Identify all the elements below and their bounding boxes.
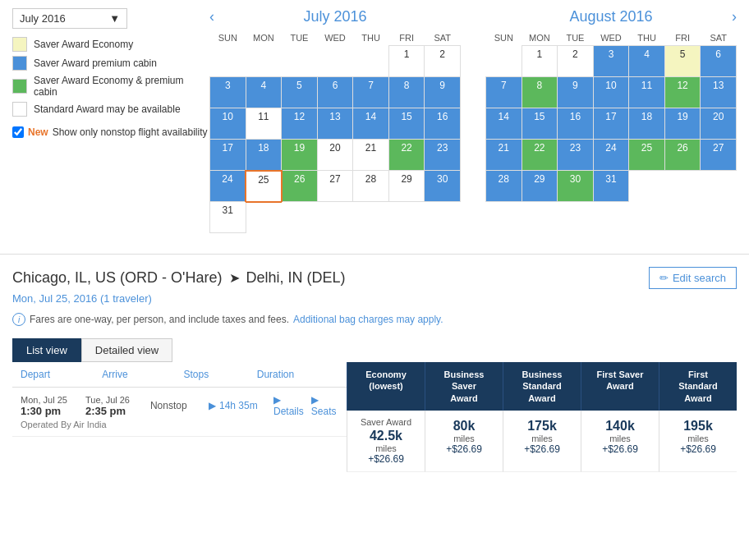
col-thu: THU xyxy=(629,30,665,46)
day-cell[interactable]: 6 xyxy=(701,46,737,77)
day-cell[interactable]: 31 xyxy=(593,171,629,202)
legend-color-premium xyxy=(12,56,27,71)
edit-search-label: Edit search xyxy=(673,272,726,284)
day-cell[interactable]: 24 xyxy=(210,171,246,202)
day-cell[interactable]: 17 xyxy=(593,108,629,140)
day-cell[interactable]: 29 xyxy=(522,171,558,202)
day-cell[interactable]: 20 xyxy=(317,140,353,171)
day-cell[interactable]: 9 xyxy=(425,77,461,108)
edit-icon: ✏ xyxy=(659,272,669,284)
day-cell[interactable]: 29 xyxy=(388,171,425,202)
day-cell[interactable]: 5 xyxy=(664,46,701,77)
dropdown-arrow: ▼ xyxy=(109,12,120,25)
day-cell[interactable]: 22 xyxy=(388,140,425,171)
day-cell[interactable]: 4 xyxy=(629,46,665,77)
info-icon: i xyxy=(12,313,25,326)
day-cell[interactable]: 22 xyxy=(522,140,558,171)
flight-operated: Operated By Air India xyxy=(21,420,338,429)
day-cell[interactable]: 20 xyxy=(701,108,737,140)
day-cell[interactable]: 19 xyxy=(664,108,701,140)
arrive-date: Tue, Jul 26 xyxy=(85,395,150,405)
details-link[interactable]: ▶ Details xyxy=(273,394,305,417)
fare-col-first-saver: First SaverAward xyxy=(581,362,659,411)
day-cell[interactable]: 8 xyxy=(522,77,558,108)
day-cell[interactable]: 13 xyxy=(317,108,353,140)
day-cell[interactable]: 13 xyxy=(701,77,737,108)
fare-biz-saver[interactable]: 80k miles +$26.69 xyxy=(425,411,503,472)
tab-detailed-view[interactable]: Detailed view xyxy=(81,338,172,362)
day-cell[interactable]: 4 xyxy=(246,77,282,108)
day-cell[interactable]: 1 xyxy=(388,46,425,77)
day-cell[interactable]: 9 xyxy=(558,77,594,108)
month-dropdown[interactable]: July 2016 ▼ xyxy=(12,8,127,29)
day-cell[interactable]: 14 xyxy=(486,108,522,140)
day-cell[interactable]: 12 xyxy=(282,108,318,140)
day-cell[interactable]: 11 xyxy=(629,77,665,108)
day-cell[interactable]: 23 xyxy=(558,140,594,171)
fare-first-standard[interactable]: 195k miles +$26.69 xyxy=(659,411,737,472)
calendar-july-header: ‹ July 2016 xyxy=(209,8,461,25)
day-cell[interactable]: 21 xyxy=(486,140,522,171)
day-cell[interactable]: 10 xyxy=(593,77,629,108)
day-cell[interactable]: 25 xyxy=(246,171,282,202)
day-cell[interactable]: 14 xyxy=(353,108,389,140)
nonstop-filter[interactable]: New Show only nonstop flight availabilit… xyxy=(12,126,209,138)
day-cell[interactable]: 27 xyxy=(317,171,353,202)
day-cell[interactable]: 30 xyxy=(425,171,461,202)
col-header-stops: Stops xyxy=(183,369,256,380)
col-sun: SUN xyxy=(486,30,522,46)
day-cell[interactable]: 5 xyxy=(282,77,318,108)
col-mon: MON xyxy=(522,30,558,46)
fare-economy[interactable]: Saver Award 42.5k miles +$26.69 xyxy=(347,411,425,472)
day-cell[interactable]: 27 xyxy=(701,140,737,171)
fare-first-saver[interactable]: 140k miles +$26.69 xyxy=(581,411,659,472)
day-cell[interactable]: 17 xyxy=(210,140,246,171)
day-cell[interactable]: 18 xyxy=(629,108,665,140)
day-cell[interactable]: 15 xyxy=(388,108,425,140)
day-cell[interactable]: 31 xyxy=(210,202,246,233)
tab-list-view[interactable]: List view xyxy=(12,338,81,362)
day-cell[interactable]: 24 xyxy=(593,140,629,171)
day-cell[interactable]: 3 xyxy=(593,46,629,77)
day-cell[interactable]: 21 xyxy=(353,140,389,171)
day-cell[interactable]: 11 xyxy=(246,108,282,140)
edit-search-button[interactable]: ✏ Edit search xyxy=(649,267,737,289)
day-cell[interactable]: 2 xyxy=(425,46,461,77)
day-cell[interactable]: 3 xyxy=(210,77,246,108)
day-cell[interactable]: 1 xyxy=(522,46,558,77)
view-tabs: List view Detailed view xyxy=(12,338,737,362)
next-month-button[interactable]: › xyxy=(732,8,737,25)
day-cell[interactable]: 23 xyxy=(425,140,461,171)
day-cell[interactable]: 16 xyxy=(558,108,594,140)
day-cell[interactable]: 15 xyxy=(522,108,558,140)
day-cell[interactable]: 7 xyxy=(353,77,389,108)
legend-color-both xyxy=(12,79,27,94)
col-sat: SAT xyxy=(425,30,461,46)
day-cell[interactable]: 18 xyxy=(246,140,282,171)
day-cell[interactable]: 26 xyxy=(664,140,701,171)
flight-cols-header: Depart Arrive Stops Duration xyxy=(12,362,347,388)
day-cell[interactable]: 2 xyxy=(558,46,594,77)
day-cell[interactable]: 8 xyxy=(388,77,425,108)
fare-biz-standard[interactable]: 175k miles +$26.69 xyxy=(503,411,581,472)
bag-charges-link[interactable]: Additional bag charges may apply. xyxy=(293,314,443,325)
nonstop-checkbox[interactable] xyxy=(12,126,24,138)
day-cell[interactable]: 26 xyxy=(282,171,318,202)
day-cell[interactable]: 28 xyxy=(486,171,522,202)
day-cell[interactable]: 28 xyxy=(353,171,389,202)
day-cell[interactable]: 19 xyxy=(282,140,318,171)
legend-color-standard xyxy=(12,102,27,117)
day-cell[interactable]: 10 xyxy=(210,108,246,140)
day-cell[interactable]: 16 xyxy=(425,108,461,140)
day-cell[interactable]: 12 xyxy=(664,77,701,108)
day-cell[interactable]: 25 xyxy=(629,140,665,171)
prev-month-button[interactable]: ‹ xyxy=(209,8,214,25)
day-cell[interactable]: 7 xyxy=(486,77,522,108)
day-cell[interactable]: 6 xyxy=(317,77,353,108)
calendar-july: ‹ July 2016 SUN MON TUE WED THU FRI xyxy=(209,8,461,233)
day-cell[interactable]: 30 xyxy=(558,171,594,202)
seats-link[interactable]: ▶ Seats xyxy=(311,394,338,417)
legend-label-standard: Standard Award may be available xyxy=(34,103,181,115)
legend-color-economy xyxy=(12,37,27,52)
col-header-depart: Depart xyxy=(21,369,102,380)
